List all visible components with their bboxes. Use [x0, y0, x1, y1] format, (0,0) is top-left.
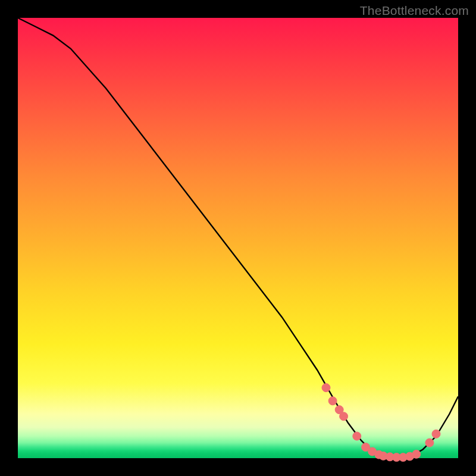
highlight-marker	[412, 450, 421, 458]
highlight-marker	[432, 430, 440, 438]
highlight-marker	[353, 432, 361, 440]
plot-area	[18, 18, 458, 458]
chart-svg	[18, 18, 458, 458]
watermark-text: TheBottleneck.com	[360, 4, 469, 18]
bottleneck-curve	[18, 18, 458, 458]
highlight-marker	[425, 439, 434, 447]
chart-frame: TheBottleneck.com	[0, 0, 476, 476]
highlight-marker	[322, 384, 330, 392]
highlight-marker	[328, 397, 337, 405]
highlight-marker	[340, 412, 348, 421]
